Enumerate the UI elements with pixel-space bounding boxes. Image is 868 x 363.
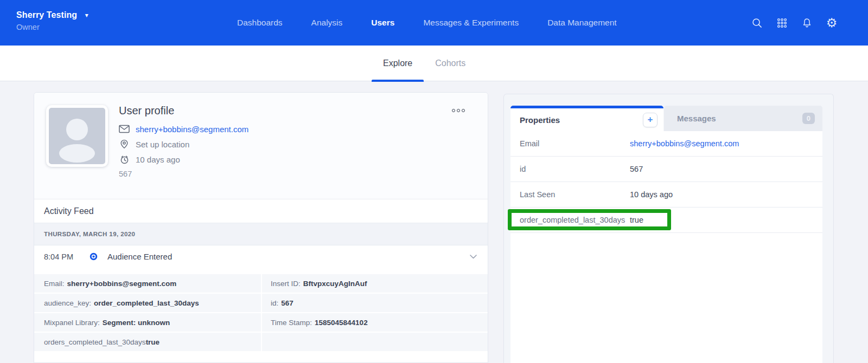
property-value: 567 [630, 165, 643, 173]
location-pin-icon [119, 139, 130, 150]
event-detail-row: Email:sherry+bobbins@segment.comInsert I… [34, 274, 488, 293]
event-detail-cell: id:567 [262, 294, 488, 312]
tab-properties-label: Properties [520, 115, 560, 125]
detail-value: Segment: unknown [103, 319, 170, 327]
event-detail-table: Email:sherry+bobbins@segment.comInsert I… [34, 274, 488, 351]
add-property-button[interactable]: + [643, 113, 658, 127]
nav-item-messages-experiments[interactable]: Messages & Experiments [423, 18, 519, 28]
property-row-id: id567 [510, 157, 822, 182]
search-icon[interactable] [751, 17, 763, 29]
avatar [46, 105, 108, 167]
tab-messages[interactable]: Messages 0 [664, 106, 822, 131]
workspace-role: Owner [16, 23, 88, 31]
event-detail-row: orders_completed_last_30daystrue [34, 333, 488, 351]
property-value: true [630, 216, 643, 224]
property-value: 10 days ago [630, 190, 673, 199]
detail-label: Time Stamp: [271, 319, 312, 327]
property-label: order_completed_last_30days [520, 216, 630, 224]
messages-count-badge: 0 [802, 113, 815, 124]
properties-panel: Properties + Messages 0 Emailsherry+bobb… [503, 94, 834, 363]
property-row-email: Emailsherry+bobbins@segment.com [510, 131, 822, 157]
profile-section: User profile sherry+bobbins@segment.com … [34, 93, 488, 199]
event-detail-cell: Mixpanel Library:Segment: unknown [34, 313, 261, 332]
notifications-bell-icon[interactable] [801, 17, 813, 29]
detail-label: Mixpanel Library: [44, 319, 100, 327]
property-label: Last Seen [520, 190, 630, 199]
event-detail-cell: Time Stamp:1585045844102 [262, 313, 488, 332]
nav-icon-group: ⚙ [751, 0, 838, 46]
property-label: id [520, 165, 630, 173]
tab-explore[interactable]: Explore [372, 46, 424, 81]
profile-location-text[interactable]: Set up location [136, 140, 189, 149]
user-profile-card: User profile sherry+bobbins@segment.com … [34, 92, 488, 363]
nav-item-users[interactable]: Users [371, 18, 394, 28]
detail-label: id: [271, 299, 278, 307]
settings-gear-icon[interactable]: ⚙ [826, 17, 838, 29]
event-detail-cell: orders_completed_last_30daystrue [34, 333, 261, 351]
property-row-last-seen: Last Seen10 days ago [510, 182, 822, 208]
detail-label: Insert ID: [271, 280, 301, 288]
profile-email-row: sherry+bobbins@segment.com [119, 123, 248, 135]
properties-panel-tabs: Properties + Messages 0 [510, 106, 822, 131]
event-name: Audience Entered [107, 252, 172, 261]
event-detail-cell [262, 333, 488, 351]
property-value[interactable]: sherry+bobbins@segment.com [630, 139, 739, 148]
tab-cohorts[interactable]: Cohorts [424, 46, 477, 81]
top-navigation-bar: Sherry Testing ▾ Owner DashboardsAnalysi… [0, 0, 868, 46]
nav-item-analysis[interactable]: Analysis [311, 18, 343, 28]
profile-email-link[interactable]: sherry+bobbins@segment.com [136, 125, 248, 134]
event-time: 8:04 PM [44, 252, 90, 261]
property-label: Email [520, 139, 630, 148]
nav-item-data-management[interactable]: Data Management [547, 18, 617, 28]
event-detail-cell: Insert ID:BftvpxcuyAgInAuf [262, 274, 488, 293]
audience-event-dot-icon [90, 252, 98, 261]
primary-nav: DashboardsAnalysisUsersMessages & Experi… [237, 0, 617, 46]
event-detail-row: audience_key:order_completed_last_30days… [34, 294, 488, 312]
profile-location-row: Set up location [119, 138, 248, 150]
property-row-order-completed-last-30days: order_completed_last_30daystrue [510, 208, 822, 233]
workspace-name: Sherry Testing [16, 10, 77, 20]
caret-down-icon: ▾ [85, 11, 88, 19]
profile-last-seen-row: 10 days ago [119, 153, 248, 165]
activity-feed-title: Activity Feed [34, 199, 488, 223]
detail-value: order_completed_last_30days [94, 299, 199, 307]
detail-value: 1585045844102 [315, 319, 368, 327]
detail-label: Email: [44, 280, 65, 288]
chevron-down-icon[interactable] [470, 255, 477, 259]
profile-last-seen-text: 10 days ago [136, 155, 180, 164]
profile-info: User profile sherry+bobbins@segment.com … [119, 105, 248, 178]
workspace-switcher[interactable]: Sherry Testing ▾ Owner [16, 10, 88, 31]
envelope-icon [119, 125, 130, 133]
detail-value: 567 [281, 299, 293, 307]
activity-date-header: THURSDAY, MARCH 19, 2020 [34, 223, 488, 245]
profile-user-id: 567 [119, 170, 248, 178]
event-detail-cell: Email:sherry+bobbins@segment.com [34, 274, 261, 293]
detail-label: audience_key: [44, 299, 91, 307]
detail-value: BftvpxcuyAgInAuf [303, 280, 367, 288]
detail-label: orders_completed_last_30days [44, 338, 146, 346]
activity-event-row[interactable]: 8:04 PM Audience Entered [34, 245, 488, 268]
apps-grid-icon[interactable] [776, 17, 788, 29]
page-tabs: ExploreCohorts [372, 46, 477, 81]
page-tab-bar: ExploreCohorts [0, 46, 868, 81]
properties-table: Emailsherry+bobbins@segment.comid567Last… [510, 131, 822, 363]
nav-item-dashboards[interactable]: Dashboards [237, 18, 283, 28]
detail-value: sherry+bobbins@segment.com [67, 280, 177, 288]
alarm-clock-icon [119, 154, 130, 165]
event-detail-row: Mixpanel Library:Segment: unknownTime St… [34, 313, 488, 332]
more-options-ellipsis-icon[interactable] [452, 109, 465, 112]
tab-messages-label: Messages [677, 114, 716, 123]
profile-title: User profile [119, 105, 248, 117]
tab-properties[interactable]: Properties + [510, 106, 663, 131]
detail-value: true [146, 338, 160, 346]
event-detail-cell: audience_key:order_completed_last_30days [34, 294, 261, 312]
